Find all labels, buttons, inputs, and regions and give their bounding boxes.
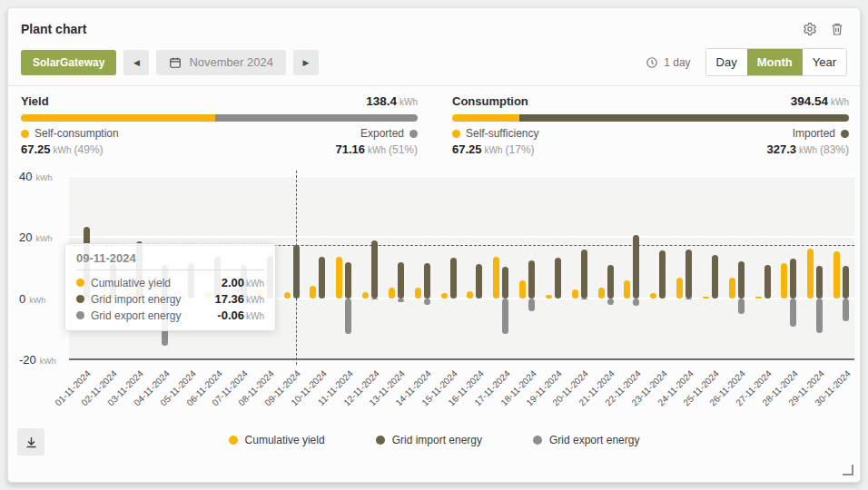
bar-export[interactable]	[345, 299, 351, 335]
gridline-20	[69, 236, 854, 238]
y-axis-tick: 0kWh	[19, 290, 45, 307]
next-month-button[interactable]: ▶	[293, 50, 319, 75]
y-axis-tick: 20kWh	[19, 229, 52, 245]
bar-export[interactable]	[398, 299, 404, 303]
plant-chart-card: Plant chart SolarGateway ◀	[7, 7, 861, 483]
bar-yield[interactable]	[415, 288, 421, 298]
bar-import[interactable]	[450, 258, 457, 298]
bar-import[interactable]	[319, 257, 325, 299]
delete-trash-icon[interactable]	[829, 21, 845, 37]
bar-export[interactable]	[502, 299, 508, 334]
summary-section: Yield 138.4kWh Self-consumption Exported…	[8, 86, 860, 165]
bar-import[interactable]	[764, 265, 771, 298]
bar-import[interactable]	[633, 235, 639, 299]
gridline-40	[69, 175, 854, 177]
consumption-panel: Consumption 394.54kWh Self-sufficiency I…	[452, 94, 849, 156]
bar-import[interactable]	[476, 264, 482, 299]
tooltip-series-dot	[76, 279, 84, 287]
bar-import[interactable]	[581, 250, 587, 299]
consumption-progress-rest	[519, 114, 849, 122]
tooltip-series-dot	[76, 311, 84, 319]
card-header: Plant chart	[8, 8, 860, 41]
date-picker-button[interactable]: November 2024	[156, 50, 286, 75]
prev-month-button[interactable]: ◀	[123, 50, 149, 75]
bar-import[interactable]	[502, 267, 508, 299]
bar-import[interactable]	[790, 259, 796, 298]
legend-dot	[229, 436, 238, 445]
bar-yield[interactable]	[598, 288, 605, 299]
bar-yield[interactable]	[676, 278, 683, 299]
bar-yield[interactable]	[703, 297, 709, 299]
bar-import[interactable]	[738, 261, 745, 299]
bar-yield[interactable]	[650, 293, 656, 299]
bar-yield[interactable]	[310, 286, 316, 299]
bar-export[interactable]	[790, 299, 796, 327]
bar-yield[interactable]	[467, 291, 473, 299]
view-button-year[interactable]: Year	[803, 49, 846, 75]
tooltip-row: Grid import energy17.36kWh	[76, 292, 264, 306]
bar-import[interactable]	[607, 265, 614, 299]
bar-import[interactable]	[555, 258, 561, 299]
toolbar: SolarGateway ◀ November 2024 ▶ 1 day Day…	[8, 41, 860, 85]
bar-yield[interactable]	[441, 293, 448, 298]
view-button-day[interactable]: Day	[706, 49, 747, 75]
bar-yield[interactable]	[807, 249, 814, 299]
bar-yield[interactable]	[572, 289, 578, 299]
imported-value: 327.3kWh(83%)	[766, 142, 849, 156]
bar-yield[interactable]	[729, 278, 735, 299]
consumption-progress-bar	[452, 114, 849, 122]
chart-area[interactable]: 40kWh20kWh0kWh-20kWh01-11-202402-11-2024…	[8, 165, 860, 423]
bar-export[interactable]	[607, 299, 614, 305]
bar-import[interactable]	[398, 262, 404, 299]
bar-import[interactable]	[843, 266, 849, 299]
calendar-icon	[169, 56, 182, 69]
bar-export[interactable]	[816, 299, 823, 333]
bar-import[interactable]	[659, 250, 666, 299]
gateway-badge[interactable]: SolarGateway	[21, 50, 116, 75]
bar-yield[interactable]	[781, 263, 787, 298]
self-sufficiency-label: Self-sufficiency	[466, 127, 538, 140]
bar-export[interactable]	[528, 299, 535, 312]
bar-yield[interactable]	[362, 292, 369, 299]
bar-import[interactable]	[345, 262, 351, 299]
bar-export[interactable]	[424, 299, 430, 305]
yield-progress-fill	[21, 114, 215, 122]
bar-import[interactable]	[424, 263, 430, 299]
bar-yield[interactable]	[546, 295, 552, 298]
bar-yield[interactable]	[755, 297, 762, 299]
consumption-progress-fill	[452, 114, 519, 122]
bar-yield[interactable]	[624, 280, 630, 299]
bar-import[interactable]	[371, 240, 378, 299]
self-consumption-label: Self-consumption	[35, 127, 119, 140]
bar-import[interactable]	[816, 266, 823, 298]
settings-gear-icon[interactable]	[802, 21, 818, 37]
bar-export[interactable]	[738, 299, 745, 315]
yield-total: 138.4kWh	[366, 94, 418, 108]
legend-label: Grid import energy	[392, 434, 482, 446]
exported-value: 71.16kWh(51%)	[335, 142, 418, 156]
tooltip-row: Cumulative yield2.00kWh	[76, 276, 264, 289]
exported-label: Exported	[360, 127, 404, 140]
bar-yield[interactable]	[389, 288, 395, 299]
bar-import[interactable]	[528, 260, 535, 299]
gridline--20	[69, 358, 854, 360]
bar-yield[interactable]	[493, 257, 499, 299]
y-axis-tick: -20kWh	[19, 351, 56, 368]
self-sufficiency-dot	[452, 130, 460, 138]
bar-yield[interactable]	[284, 292, 291, 299]
legend-dot	[533, 436, 542, 445]
page-title: Plant chart	[21, 22, 86, 36]
resize-handle-icon[interactable]	[843, 465, 853, 475]
yield-progress-bar	[21, 114, 418, 122]
crosshair-vertical	[296, 171, 297, 365]
bar-yield[interactable]	[336, 257, 342, 299]
view-button-month[interactable]: Month	[747, 49, 803, 75]
bar-yield[interactable]	[519, 280, 526, 299]
bar-export[interactable]	[843, 299, 849, 322]
interval-label: 1 day	[664, 56, 690, 69]
bar-import[interactable]	[712, 255, 718, 299]
consumption-total: 394.54kWh	[791, 94, 849, 108]
yield-title: Yield	[21, 94, 49, 108]
bar-import[interactable]	[686, 250, 692, 299]
bar-yield[interactable]	[833, 251, 840, 299]
